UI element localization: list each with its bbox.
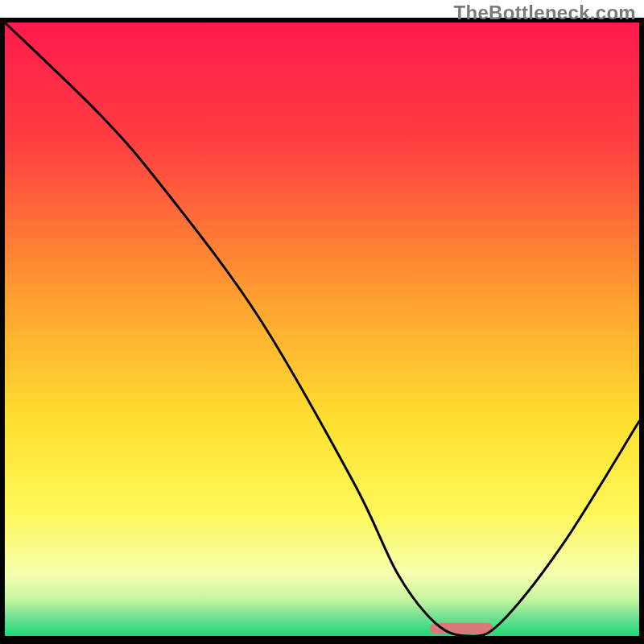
bottleneck-chart: TheBottleneck.com	[0, 0, 644, 644]
optimal-marker	[430, 623, 493, 634]
watermark-label: TheBottleneck.com	[454, 2, 636, 24]
chart-border	[639, 18, 644, 644]
chart-svg	[0, 0, 644, 644]
chart-border	[0, 636, 644, 644]
chart-border	[0, 18, 5, 644]
